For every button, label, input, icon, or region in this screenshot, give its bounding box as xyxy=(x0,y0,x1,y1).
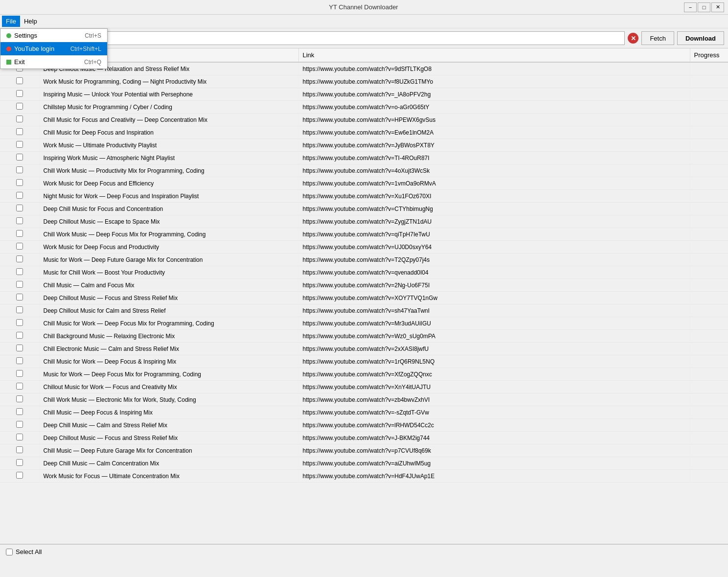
row-title: Work Music — Ultimate Productivity Playl… xyxy=(39,139,298,152)
fetch-button[interactable]: Fetch xyxy=(641,31,674,45)
row-checkbox[interactable] xyxy=(16,281,23,288)
clear-button[interactable]: ✕ xyxy=(628,33,638,44)
row-progress xyxy=(690,381,728,393)
minimize-button[interactable]: − xyxy=(684,2,697,12)
row-progress xyxy=(690,419,728,432)
row-progress xyxy=(690,368,728,381)
row-checkbox[interactable] xyxy=(16,357,23,364)
header-link: Link xyxy=(298,48,690,62)
row-checkbox-cell xyxy=(0,254,39,266)
row-checkbox[interactable] xyxy=(16,128,23,135)
row-checkbox[interactable] xyxy=(16,77,23,84)
row-link: https://www.youtube.com/watch?v=XfZogZQQ… xyxy=(298,368,690,381)
youtube-login-shortcut: Ctrl+Shift+L xyxy=(70,46,101,52)
row-checkbox-cell xyxy=(0,190,39,203)
settings-menu-item[interactable]: Settings Ctrl+S xyxy=(0,29,107,42)
row-checkbox[interactable] xyxy=(16,205,23,211)
row-progress xyxy=(690,164,728,177)
row-title: Chill Music — Calm and Focus Mix xyxy=(39,279,298,292)
download-button[interactable]: Download xyxy=(677,31,724,45)
row-checkbox[interactable] xyxy=(16,166,23,173)
select-all-label[interactable]: Select All xyxy=(6,548,42,555)
table-row: Chill Work Music — Productivity Mix for … xyxy=(0,164,728,177)
youtube-login-menu-item[interactable]: YouTube login Ctrl+Shift+L xyxy=(0,42,107,55)
row-link: https://www.youtube.com/watch?v=Wz0_sUg0… xyxy=(298,330,690,343)
row-checkbox[interactable] xyxy=(16,217,23,224)
exit-icon xyxy=(6,60,11,65)
close-button[interactable]: ✕ xyxy=(711,2,724,12)
row-checkbox[interactable] xyxy=(16,179,23,186)
row-checkbox[interactable] xyxy=(16,472,23,479)
row-checkbox[interactable] xyxy=(16,345,23,351)
row-link: https://www.youtube.com/watch?v=qvenadd0… xyxy=(298,266,690,279)
table-row: Inspiring Work Music — Atmospheric Night… xyxy=(0,152,728,164)
row-checkbox[interactable] xyxy=(16,294,23,300)
row-link: https://www.youtube.com/watch?v=XnY4itUA… xyxy=(298,381,690,393)
row-checkbox[interactable] xyxy=(16,434,23,440)
row-link: https://www.youtube.com/watch?v=JyBWosPX… xyxy=(298,139,690,152)
table-row: Work Music for Programming, Coding — Nig… xyxy=(0,75,728,88)
row-link: https://www.youtube.com/watch?v=lRHWD54C… xyxy=(298,419,690,432)
row-checkbox[interactable] xyxy=(16,408,23,415)
table-row: Chill Music for Work — Deep Focus Mix fo… xyxy=(0,317,728,330)
row-checkbox[interactable] xyxy=(16,421,23,428)
row-progress xyxy=(690,228,728,241)
row-link: https://www.youtube.com/watch?v=sh47YaaT… xyxy=(298,304,690,317)
row-checkbox-cell xyxy=(0,444,39,457)
row-checkbox[interactable] xyxy=(16,459,23,466)
row-link: https://www.youtube.com/watch?v=J-BKM2ig… xyxy=(298,432,690,444)
youtube-login-icon xyxy=(6,46,11,51)
row-title: Deep Chillout Music — Escape to Space Mi… xyxy=(39,215,298,228)
row-checkbox[interactable] xyxy=(16,103,23,110)
row-checkbox[interactable] xyxy=(16,383,23,390)
row-title: Inspiring Music — Unlock Your Potential … xyxy=(39,88,298,101)
row-checkbox[interactable] xyxy=(16,306,23,313)
row-checkbox-cell xyxy=(0,114,39,126)
row-checkbox[interactable] xyxy=(16,332,23,339)
row-title: Chill Music for Work — Deep Focus & Insp… xyxy=(39,355,298,368)
row-checkbox[interactable] xyxy=(16,446,23,453)
file-menu[interactable]: File xyxy=(2,16,20,27)
row-title: Work Music for Programming, Coding — Nig… xyxy=(39,75,298,88)
table-row: Inspiring Music — Unlock Your Potential … xyxy=(0,88,728,101)
row-title: Night Music for Work — Deep Focus and In… xyxy=(39,190,298,203)
row-progress xyxy=(690,470,728,483)
row-title: Deep Chill Music — Calm and Stress Relie… xyxy=(39,419,298,432)
table-row: Deep Chillout Music for Calm and Stress … xyxy=(0,304,728,317)
row-title: Music for Work — Deep Future Garage Mix … xyxy=(39,254,298,266)
row-checkbox[interactable] xyxy=(16,90,23,97)
row-checkbox[interactable] xyxy=(16,230,23,237)
row-progress xyxy=(690,254,728,266)
video-table: Download? Title Link Progress Deep Chill… xyxy=(0,48,728,483)
row-link: https://www.youtube.com/watch?v=1rQ6R9NL… xyxy=(298,355,690,368)
row-link: https://www.youtube.com/watch?v=HPEWX6gv… xyxy=(298,114,690,126)
help-menu[interactable]: Help xyxy=(20,16,41,27)
row-checkbox[interactable] xyxy=(16,115,23,122)
row-progress xyxy=(690,330,728,343)
row-progress xyxy=(690,126,728,139)
table-row: Chill Music — Calm and Focus Mixhttps://… xyxy=(0,279,728,292)
row-checkbox[interactable] xyxy=(16,192,23,199)
row-checkbox-cell xyxy=(0,381,39,393)
row-title: Deep Chillout Music for Calm and Stress … xyxy=(39,304,298,317)
row-progress xyxy=(690,203,728,215)
row-checkbox[interactable] xyxy=(16,154,23,161)
exit-menu-item[interactable]: Exit Ctrl+Q xyxy=(0,55,107,69)
row-checkbox[interactable] xyxy=(16,141,23,148)
row-progress xyxy=(690,62,728,75)
title-bar: YT Channel Downloader − □ ✕ xyxy=(0,0,728,15)
row-title: Deep Chillout Music — Focus and Stress R… xyxy=(39,432,298,444)
row-checkbox[interactable] xyxy=(16,255,23,262)
restore-button[interactable]: □ xyxy=(698,2,710,12)
row-title: Chillout Music for Work — Focus and Crea… xyxy=(39,381,298,393)
row-progress xyxy=(690,88,728,101)
table-row: Deep Chillout Music — Relaxation and Str… xyxy=(0,62,728,75)
row-checkbox[interactable] xyxy=(16,370,23,377)
row-checkbox[interactable] xyxy=(16,395,23,402)
select-all-checkbox[interactable] xyxy=(6,549,13,555)
row-link: https://www.youtube.com/watch?v=UJ0D0sxy… xyxy=(298,241,690,254)
row-link: https://www.youtube.com/watch?v=TI-4ROuR… xyxy=(298,152,690,164)
row-checkbox[interactable] xyxy=(16,319,23,326)
row-checkbox[interactable] xyxy=(16,268,23,275)
row-checkbox[interactable] xyxy=(16,243,23,250)
